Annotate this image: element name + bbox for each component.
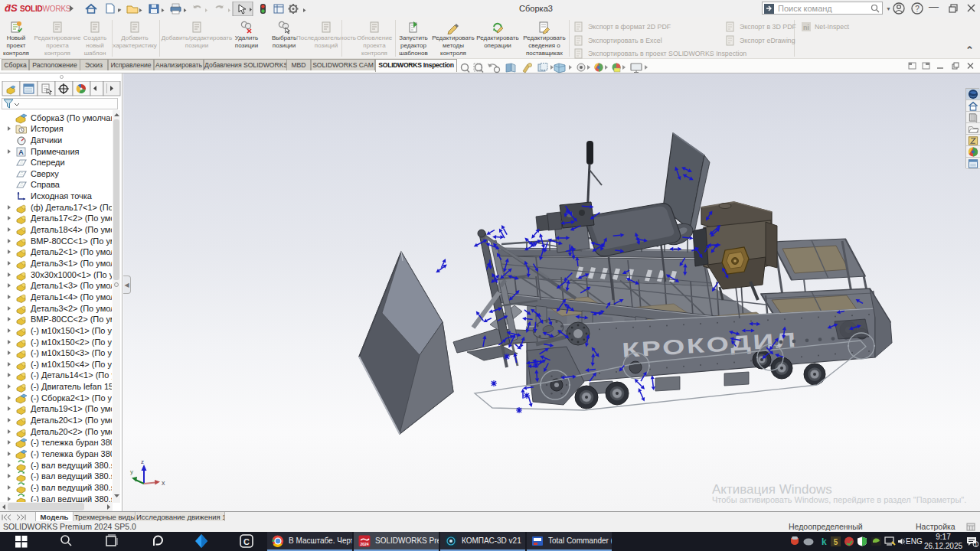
svg-text:C: C <box>243 537 250 546</box>
svg-text:y: y <box>130 468 133 475</box>
svg-text:A: A <box>18 148 24 156</box>
svg-text:5: 5 <box>834 538 838 546</box>
svg-text:ni: ni <box>803 24 809 31</box>
svg-text:x: x <box>162 479 165 487</box>
svg-text:k: k <box>822 536 827 547</box>
svg-text:?: ? <box>915 5 920 13</box>
svg-text:z: z <box>141 458 144 465</box>
svg-text:1: 1 <box>975 542 978 547</box>
svg-text:2024: 2024 <box>360 541 368 546</box>
